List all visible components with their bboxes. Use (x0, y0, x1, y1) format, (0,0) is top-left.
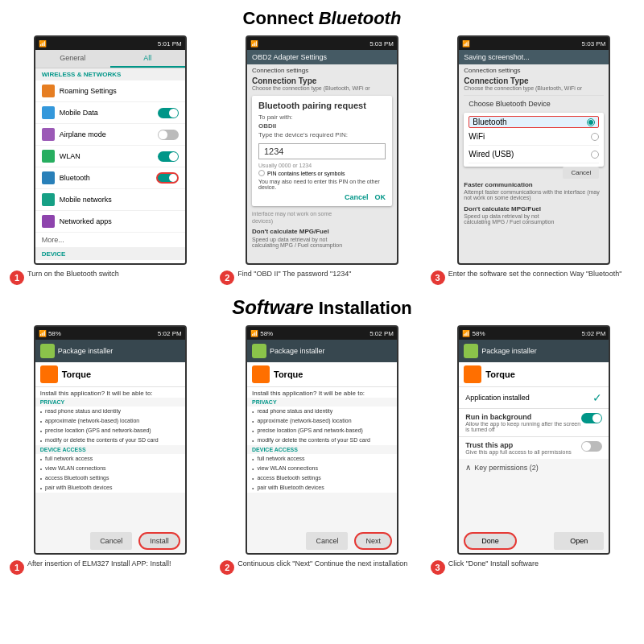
bluetooth-radio[interactable] (587, 118, 595, 126)
torque-row-1: Torque (35, 362, 185, 387)
pkg-header-3: Package installer (459, 340, 609, 362)
airplane-item[interactable]: Airplane mode (35, 124, 185, 146)
bluetooth-option[interactable]: Bluetooth (469, 116, 599, 128)
cancel-btn-2[interactable]: Cancel (306, 532, 348, 550)
software-steps: 1 After insertion of ELM327 Install APP:… (0, 558, 644, 578)
app-installed-row: Application installed ✓ (459, 387, 609, 408)
conn-type-3: Connection Type Choose the connection ty… (459, 75, 609, 93)
mobile-net-item[interactable]: Mobile networks (35, 189, 185, 211)
step-circle-3: 3 (431, 270, 445, 285)
bt-options-dialog: Bluetooth WiFi Wired (USB) Cancel (464, 113, 604, 167)
next-btn[interactable]: Next (354, 532, 392, 550)
status-bar-3: 📶 5:03 PM (459, 37, 609, 50)
bluetooth-icon (42, 171, 55, 184)
tab-general[interactable]: General (35, 50, 110, 68)
perm-2-8: •pair with Bluetooth devices (247, 483, 397, 493)
connect-steps: 1 Turn on the Bluetooth switch 2 Find "O… (0, 268, 644, 288)
done-btn[interactable]: Done (464, 532, 517, 550)
key-perms-row[interactable]: ∧ Key permissions (2) (459, 459, 609, 476)
torque-row-3: Torque (459, 362, 609, 387)
perm-2-5: •full network access (247, 454, 397, 464)
torque-row-2: Torque (247, 362, 397, 387)
mobile-icon (42, 106, 55, 119)
networked-icon (42, 215, 55, 228)
software-title: Software Installation (0, 291, 644, 322)
perm-2-1: •read phone status and identity (247, 407, 397, 416)
more-item[interactable]: More... (35, 233, 185, 248)
wifi-option[interactable]: WiFi (469, 128, 599, 146)
device-header: DEVICE (35, 248, 185, 260)
privacy-header-1: PRIVACY (35, 398, 185, 407)
radio-pin-letters[interactable] (258, 170, 265, 176)
ok-btn[interactable]: OK (374, 193, 386, 201)
run-bg-row: Run in background Allow the app to keep … (459, 408, 609, 436)
install-question-1: Install this application? It will be abl… (35, 387, 185, 398)
cancel-btn-1[interactable]: Cancel (90, 532, 132, 550)
install-screen-3: 📶 58% 5:02 PM Package installer Torque A… (457, 325, 610, 555)
home-item[interactable]: Home screen style (35, 260, 185, 263)
settings-content: General All WIRELESS & NETWORKS Roaming … (35, 50, 185, 263)
perm-1: •read phone status and identity (35, 407, 185, 416)
bluetooth-toggle[interactable] (156, 172, 179, 184)
connect-phone-1: 📶 5:01 PM General All WIRELESS & NETWORK… (6, 35, 213, 265)
cancel-button[interactable]: Cancel (563, 167, 599, 179)
status-bar-2: 📶 5:03 PM (247, 37, 397, 50)
perm-3: •precise location (GPS and network-based… (35, 426, 185, 436)
install-question-2: Install this application? It will be abl… (247, 387, 397, 398)
sw-step-circle-1: 1 (10, 560, 24, 575)
wlan-toggle[interactable] (158, 151, 179, 162)
wifi-radio[interactable] (591, 133, 599, 141)
radio-row: PIN contains letters or symbols (258, 170, 386, 176)
sw-status-bar-1: 📶 58% 5:02 PM (35, 327, 185, 340)
mobile-toggle[interactable] (158, 108, 179, 118)
cancel-btn[interactable]: Cancel (345, 193, 369, 201)
connect-step-1: 1 Turn on the Bluetooth switch (6, 270, 217, 285)
torque-icon-3 (464, 365, 481, 383)
conn-label: Connection settings (247, 64, 397, 75)
install-screen-1: 📶 58% 5:02 PM Package installer Torque I… (34, 325, 187, 555)
sw-step-3: 3 Click "Done" Install software (427, 559, 638, 575)
sw-step-circle-3: 3 (431, 560, 445, 575)
networked-item[interactable]: Networked apps (35, 211, 185, 233)
status-bar-1: 📶 5:01 PM (35, 37, 185, 50)
perm-2-7: •access Bluetooth settings (247, 473, 397, 483)
dialog-content: OBD2 Adapter Settings Connection setting… (247, 50, 397, 263)
airplane-toggle[interactable] (158, 130, 179, 140)
device-access-header-1: DEVICE ACCESS (35, 445, 185, 454)
software-phone-2: 📶 58% 5:02 PM Package installer Torque I… (218, 325, 425, 555)
perm-8: •pair with Bluetooth devices (35, 483, 185, 493)
connection-type-screen: 📶 5:03 PM Saving screenshot... Connectio… (457, 35, 610, 265)
pkg-actions-1: Cancel Install (35, 529, 185, 553)
conn-type-box: Choose Bluetooth Device (464, 95, 604, 109)
wlan-icon (42, 150, 55, 163)
pairing-screen: 📶 5:03 PM OBD2 Adapter Settings Connecti… (246, 35, 398, 265)
connect-phone-2: 📶 5:03 PM OBD2 Adapter Settings Connecti… (218, 35, 425, 265)
run-bg-toggle[interactable] (581, 413, 602, 423)
bluetooth-item[interactable]: Bluetooth (35, 167, 185, 189)
perm-6: •view WLAN connections (35, 464, 185, 473)
wlan-item[interactable]: WLAN (35, 146, 185, 167)
dialog-actions: Cancel OK (258, 193, 386, 201)
device-access-header-2: DEVICE ACCESS (247, 445, 397, 454)
tab-all[interactable]: All (110, 50, 185, 68)
roaming-item[interactable]: Roaming Settings (35, 80, 185, 102)
pin-input[interactable] (258, 143, 386, 159)
connect-section: Connect Bluetooth 📶 5:01 PM General All … (0, 0, 644, 288)
install-btn[interactable]: Install (138, 532, 180, 550)
conn-label-3: Connection settings (459, 64, 609, 75)
mobile-data-item[interactable]: Mobile Data (35, 102, 185, 124)
install-screen-2: 📶 58% 5:02 PM Package installer Torque I… (246, 325, 398, 555)
wired-option[interactable]: Wired (USB) (469, 146, 599, 163)
wired-radio[interactable] (591, 151, 599, 159)
sw-step-1: 1 After insertion of ELM327 Install APP:… (6, 559, 217, 575)
sw-step-2: 2 Continuous click "Next" Continue the n… (217, 559, 427, 575)
perm-2-4: •modify or delete the contents of your S… (247, 436, 397, 445)
open-btn[interactable]: Open (554, 532, 604, 550)
step-circle-1: 1 (10, 270, 24, 285)
connect-step-3: 3 Enter the software set the connection … (427, 270, 638, 285)
trust-toggle[interactable] (581, 441, 602, 452)
perm-7: •access Bluetooth settings (35, 473, 185, 483)
perm-2-3: •precise location (GPS and network-based… (247, 426, 397, 436)
bt-pairing-dialog: Bluetooth pairing request To pair with: … (252, 96, 392, 206)
package-content-1: Package installer Torque Install this ap… (35, 340, 185, 553)
